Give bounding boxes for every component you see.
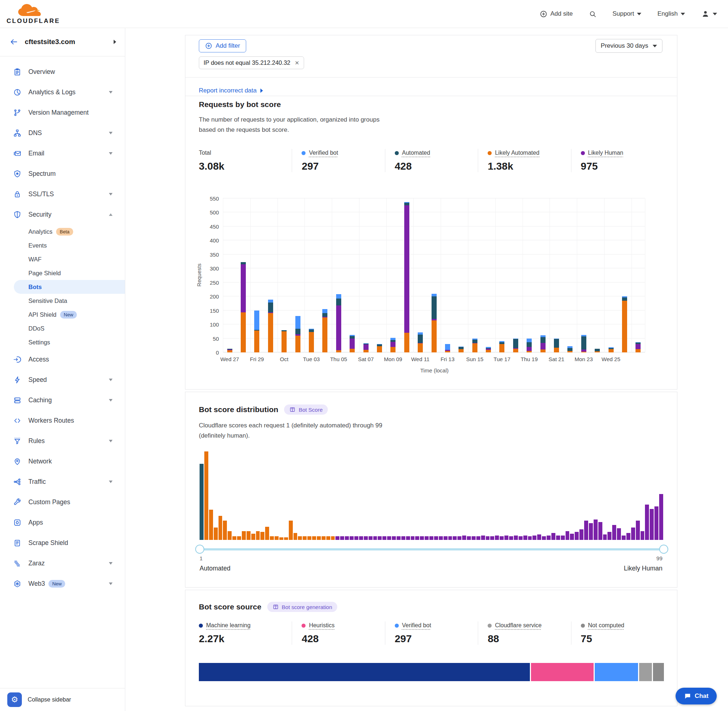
sidebar-item-zaraz[interactable]: Zaraz xyxy=(0,553,125,573)
sidebar-item-scrape-shield[interactable]: Scrape Shield xyxy=(0,533,125,553)
score-range-slider[interactable] xyxy=(199,548,664,550)
bar-segment-verified-bot xyxy=(473,339,477,340)
y-tick-label: 50 xyxy=(197,336,219,342)
language-menu[interactable]: English xyxy=(657,10,685,18)
source-stacked-bar xyxy=(199,663,664,681)
bar-segment-likely-automated xyxy=(513,349,518,353)
stat-label[interactable]: Likely Automated xyxy=(495,150,539,156)
stat-label[interactable]: Machine learning xyxy=(206,622,251,629)
sidebar-item-traffic[interactable]: Traffic xyxy=(0,472,125,492)
back-arrow-icon[interactable] xyxy=(9,37,18,46)
bar-segment-likely-automated xyxy=(309,332,314,353)
sidebar-item-dns[interactable]: DNS xyxy=(0,123,125,143)
sidebar-item-api-shield[interactable]: API ShieldNew xyxy=(0,308,125,322)
bot-score-generation-badge[interactable]: Bot score generation xyxy=(267,602,337,612)
automated-end-label: Automated xyxy=(199,565,230,572)
sidebar-item-ddos[interactable]: DDoS xyxy=(0,322,125,335)
histogram-bin xyxy=(270,536,274,540)
support-menu[interactable]: Support xyxy=(613,10,642,18)
quick-settings-button[interactable]: ⚙ xyxy=(7,692,22,707)
bar-segment-likely-human xyxy=(404,205,409,333)
site-chevron-right-icon[interactable] xyxy=(114,40,116,44)
date-range-select[interactable]: Previous 30 days xyxy=(595,39,663,53)
stat-label[interactable]: Likely Human xyxy=(588,150,623,156)
sidebar-item-version-management[interactable]: Version Management xyxy=(0,102,125,123)
sidebar-item-network[interactable]: Network xyxy=(0,451,125,472)
account-menu[interactable] xyxy=(701,9,717,18)
chevron-down-icon xyxy=(109,440,112,443)
slider-handle-max[interactable] xyxy=(659,544,668,554)
sidebar-item-sensitive-data[interactable]: Sensitive Data xyxy=(0,294,125,308)
sidebar-item-speed[interactable]: Speed xyxy=(0,370,125,390)
collapse-sidebar-button[interactable]: Collapse sidebar xyxy=(28,696,71,703)
plus-circle-icon xyxy=(540,10,547,18)
stat-likely-automated: Likely Automated1.38k xyxy=(478,149,571,172)
add-site-button[interactable]: Add site xyxy=(540,10,573,18)
stat-likely-human: Likely Human975 xyxy=(571,149,664,172)
filter-chip[interactable]: IP does not equal 35.212.240.32 ✕ xyxy=(199,56,304,69)
sidebar-item-rules[interactable]: Rules xyxy=(0,431,125,451)
stat-label[interactable]: Automated xyxy=(402,150,430,156)
bar-segment-likely-human xyxy=(322,317,328,317)
sidebar-item-waf[interactable]: WAF xyxy=(0,252,125,266)
sidebar-item-web3[interactable]: Web3New xyxy=(0,573,125,594)
sidebar-item-apps[interactable]: Apps xyxy=(0,512,125,533)
bar-segment-likely-automated xyxy=(486,350,491,353)
add-filter-button[interactable]: Add filter xyxy=(199,39,246,52)
y-tick-label: 100 xyxy=(197,322,219,327)
gridline-vertical xyxy=(359,198,359,353)
sidebar-item-ssl-tls[interactable]: SSL/TLS xyxy=(0,184,125,204)
sidebar-item-custom-pages[interactable]: Custom Pages xyxy=(0,492,125,512)
bar-segment-automated xyxy=(527,342,532,347)
histogram-bin xyxy=(279,537,284,540)
bar-segment-likely-automated xyxy=(567,351,573,353)
histogram-bin xyxy=(354,536,358,540)
bot-score-badge[interactable]: Bot Score xyxy=(284,404,328,415)
stat-label[interactable]: Heuristics xyxy=(309,622,334,629)
gridline-vertical xyxy=(645,198,645,353)
sidebar-item-overview[interactable]: Overview xyxy=(0,62,125,82)
stat-label[interactable]: Not computed xyxy=(588,622,625,629)
bar-segment-verified-bot xyxy=(554,339,559,339)
histogram-bin xyxy=(523,535,527,540)
sidebar-item-spectrum[interactable]: Spectrum xyxy=(0,164,125,184)
sidebar-item-email[interactable]: Email xyxy=(0,143,125,164)
sidebar-item-security[interactable]: Security xyxy=(0,204,125,225)
sidebar-item-access[interactable]: Access xyxy=(0,349,125,370)
y-tick-label: 400 xyxy=(197,237,219,243)
stat-label[interactable]: Verified bot xyxy=(309,150,338,156)
bar-segment-likely-automated xyxy=(418,343,423,353)
sidebar-item-page-shield[interactable]: Page Shield xyxy=(0,266,125,280)
report-incorrect-data-link[interactable]: Report incorrect data xyxy=(199,81,263,100)
bar-segment-likely-human xyxy=(390,342,396,347)
sidebar-item-workers-routes[interactable]: Workers Routes xyxy=(0,410,125,431)
bar-segment-likely-automated xyxy=(254,330,259,353)
histogram-bin xyxy=(265,527,269,540)
sidebar-item-analytics-logs[interactable]: Analytics & Logs xyxy=(0,82,125,102)
bar-segment-likely-human xyxy=(635,344,641,349)
remove-filter-icon[interactable]: ✕ xyxy=(295,60,299,66)
histogram-bin xyxy=(331,536,335,540)
sidebar-item-analytics[interactable]: AnalyticsBeta xyxy=(0,225,125,239)
sidebar-item-events[interactable]: Events xyxy=(0,239,125,252)
bar-segment-likely-automated xyxy=(350,349,355,353)
bar-segment-automated xyxy=(540,337,546,343)
stat-label[interactable]: Verified bot xyxy=(402,622,431,629)
sidebar-item-caching[interactable]: Caching xyxy=(0,390,125,410)
stat-label[interactable]: Cloudflare service xyxy=(495,622,542,629)
histogram-bin xyxy=(626,533,631,540)
bar-segment-verified-bot xyxy=(635,342,641,343)
sidebar-item-settings[interactable]: Settings xyxy=(0,335,125,349)
slider-handle-min[interactable] xyxy=(195,544,204,554)
histogram-bin xyxy=(256,531,260,540)
search-button[interactable] xyxy=(589,10,597,18)
cloudflare-logo[interactable]: CLOUDFLARE xyxy=(7,3,54,25)
sidebar-item-label: Speed xyxy=(28,376,47,384)
y-tick-label: 0 xyxy=(197,350,219,356)
pie-icon xyxy=(13,88,22,96)
chat-button[interactable]: Chat xyxy=(676,688,717,704)
chevron-down-icon xyxy=(713,13,717,15)
sidebar-item-bots[interactable]: Bots xyxy=(14,280,125,294)
histogram-bin xyxy=(659,494,663,540)
legend-dot-icon xyxy=(301,624,306,628)
